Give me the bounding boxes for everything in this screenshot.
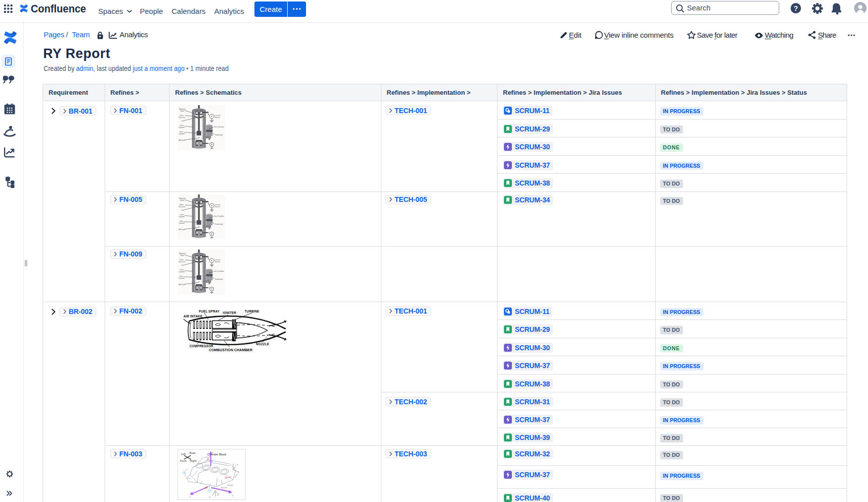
svg-text:IGNITER: IGNITER: [223, 311, 237, 314]
svg-text:Coil: Coil: [181, 120, 184, 122]
svg-text:Right: Right: [190, 459, 197, 462]
svg-text:Structure: Structure: [179, 205, 186, 207]
svg-text:Structure: Structure: [179, 117, 186, 119]
svg-text:M: M: [224, 476, 227, 479]
svg-text:Source: Source: [215, 117, 220, 119]
svg-text:Left: Left: [181, 452, 186, 455]
svg-text:Front: Front: [180, 459, 187, 462]
svg-text:M: M: [204, 486, 207, 489]
svg-text:Gas Chamber: Gas Chamber: [214, 215, 225, 217]
svg-text:Source: Source: [215, 206, 220, 208]
svg-text:z: z: [212, 451, 213, 453]
svg-text:Coil: Coil: [181, 209, 184, 211]
svg-text:Diaphragm: Diaphragm: [215, 223, 223, 225]
svg-text:Gas Chamber: Gas Chamber: [214, 126, 225, 128]
svg-text:Cylinder: Cylinder: [179, 126, 185, 128]
svg-text:Diaphragm: Diaphragm: [215, 134, 223, 136]
svg-text:Shaft: Shaft: [180, 199, 184, 201]
svg-text:Shaft: Shaft: [180, 254, 184, 256]
svg-text:Cylinder: Cylinder: [179, 277, 185, 279]
svg-text:Cylinder: Cylinder: [179, 222, 185, 224]
svg-text:Cylinder: Cylinder: [179, 271, 185, 273]
svg-text:FUEL SPRAY: FUEL SPRAY: [199, 310, 220, 313]
svg-text:NOZZLE: NOZZLE: [256, 342, 269, 346]
svg-text:MR fluid: MR fluid: [179, 139, 185, 141]
svg-text:Diaphragm: Diaphragm: [215, 278, 223, 280]
svg-text:?: ?: [794, 4, 798, 12]
svg-text:AIR INTAKE: AIR INTAKE: [184, 314, 203, 318]
svg-text:Coil: Coil: [181, 264, 184, 266]
svg-text:Rear: Rear: [189, 451, 195, 454]
svg-text:Source: Source: [215, 261, 220, 263]
svg-text:Cylinder: Cylinder: [179, 216, 185, 218]
svg-text:COMPRESSOR: COMPRESSOR: [189, 344, 213, 348]
svg-text:MR fluid: MR fluid: [179, 283, 185, 285]
svg-text:Structure: Structure: [179, 260, 186, 262]
svg-text:MR fluid: MR fluid: [179, 228, 185, 230]
svg-text:Gas Chamber: Gas Chamber: [214, 270, 225, 272]
svg-text:COMBUSTION CHAMBER: COMBUSTION CHAMBER: [209, 348, 253, 352]
svg-text:Cylinder: Cylinder: [179, 133, 185, 135]
svg-text:TURBINE: TURBINE: [245, 310, 259, 313]
svg-text:Shaft: Shaft: [180, 110, 184, 112]
